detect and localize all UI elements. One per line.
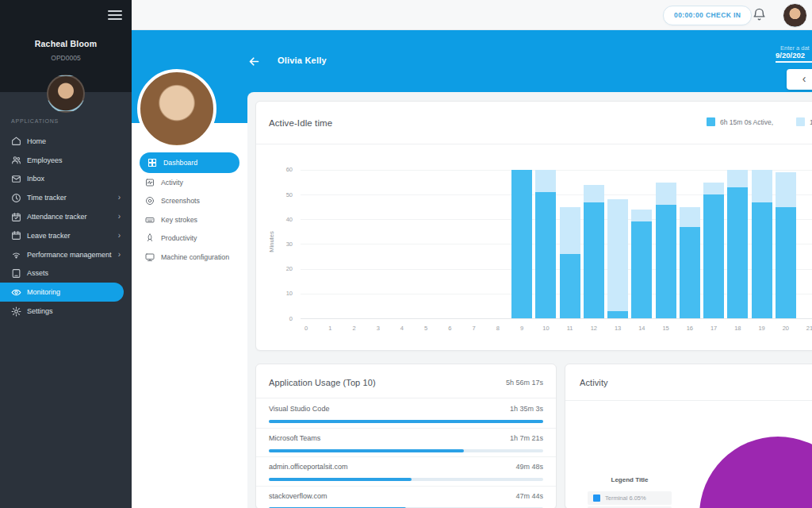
subnav-item-label: Machine configuration <box>161 253 229 261</box>
menu-toggle-icon[interactable] <box>108 10 122 21</box>
sidebar-user-avatar <box>47 75 85 113</box>
usage-total-time: 5h 56m 17s <box>506 379 543 387</box>
active-idle-chart: 0102030405060012345678910111213141516171… <box>256 102 812 350</box>
x-tick-label: 10 <box>537 325 554 332</box>
sidebar-item-leave-tracker[interactable]: Leave tracker › <box>0 226 132 245</box>
usage-progress-track <box>269 449 543 452</box>
card-title: Activity <box>580 378 608 387</box>
employee-avatar <box>137 69 216 148</box>
x-tick-label: 4 <box>393 325 411 332</box>
date-input[interactable]: 9/20/202 <box>776 51 805 60</box>
sidebar-item-label: Inbox <box>27 175 44 183</box>
application-usage-card: Application Usage (Top 10) 5h 56m 17s Vi… <box>255 364 557 508</box>
employee-subnav-panel: Dashboard Activity Screenshots Key strok… <box>132 123 247 508</box>
x-tick-label: 3 <box>370 325 387 332</box>
sidebar-item-home[interactable]: Home <box>0 132 132 151</box>
app-name: admin.officeportalsit.com <box>269 463 347 471</box>
subnav-item-screenshots[interactable]: Screenshots <box>132 191 247 210</box>
sidebar-nav: Home Employees Inbox Time tracker › Atte… <box>0 132 132 321</box>
y-tick-label: 60 <box>266 166 293 173</box>
subnav-item-machine-configuration[interactable]: Machine configuration <box>132 248 247 266</box>
x-tick-label: 15 <box>657 325 675 332</box>
y-tick-label: 30 <box>266 241 293 248</box>
usage-row: stackoverflow.com47m 44s <box>256 486 556 508</box>
sidebar-item-assets[interactable]: Assets <box>0 264 132 283</box>
bar-active-h17 <box>703 194 724 318</box>
y-tick-label: 40 <box>266 216 293 223</box>
people-icon <box>11 155 21 165</box>
usage-progress-track <box>269 478 543 481</box>
x-tick-label: 14 <box>633 325 650 332</box>
back-arrow-icon[interactable] <box>247 55 261 68</box>
subnav-item-dashboard[interactable]: Dashboard <box>140 152 239 173</box>
x-tick-label: 11 <box>561 325 579 332</box>
subnav-item-label: Dashboard <box>163 159 197 167</box>
notification-bell-icon[interactable] <box>752 7 767 22</box>
x-tick-label: 20 <box>777 325 795 332</box>
sidebar-item-label: Leave tracker <box>27 232 71 240</box>
sidebar-item-monitoring[interactable]: Monitoring <box>0 283 124 302</box>
assets-icon <box>11 268 21 279</box>
date-input-underline <box>776 61 812 63</box>
sidebar-item-performance-management[interactable]: Performance management › <box>0 245 132 264</box>
sidebar-item-label: Assets <box>27 269 48 277</box>
bar-idle-h19 <box>752 170 772 202</box>
x-tick-label: 6 <box>441 325 458 332</box>
bar-idle-h12 <box>584 185 604 202</box>
app-window: Olivia Kelly Enter a dat 9/20/202 ‹ 00:0… <box>0 0 812 508</box>
dashboard-grid-icon <box>147 158 157 167</box>
bar-active-h16 <box>680 227 700 318</box>
bar-active-h15 <box>656 205 676 318</box>
sidebar-item-employees[interactable]: Employees <box>0 151 132 170</box>
check-in-button[interactable]: 00:00:00 CHECK IN <box>663 6 752 25</box>
x-tick-label: 21 <box>801 325 812 332</box>
bar-idle-h11 <box>560 207 580 254</box>
bar-idle-h15 <box>656 183 676 205</box>
sidebar-item-time-tracker[interactable]: Time tracker › <box>0 188 132 207</box>
rocket-icon <box>145 233 155 243</box>
x-tick-label: 13 <box>609 325 626 332</box>
sidebar-item-label: Home <box>27 137 46 145</box>
gridline <box>301 318 812 319</box>
bar-active-h10 <box>535 192 556 318</box>
monitor-icon <box>145 252 155 262</box>
app-time: 47m 44s <box>515 492 543 500</box>
current-user-avatar[interactable] <box>783 3 807 28</box>
x-tick-label: 16 <box>681 325 699 332</box>
sidebar-user-id: OPD0005 <box>0 54 132 62</box>
app-time: 1h 7m 21s <box>510 434 543 442</box>
y-tick-label: 20 <box>266 265 293 272</box>
app-name: stackoverflow.com <box>269 492 327 500</box>
envelope-icon <box>11 174 21 184</box>
y-tick-label: 50 <box>266 191 293 198</box>
app-time: 49m 48s <box>515 463 543 471</box>
clock-icon <box>11 193 21 203</box>
usage-progress-fill <box>269 449 464 452</box>
legend-swatch-terminal <box>593 495 600 502</box>
bar-active-h19 <box>752 202 772 318</box>
calendar-icon <box>11 230 21 241</box>
subnav-item-productivity[interactable]: Productivity <box>132 229 247 247</box>
x-tick-label: 18 <box>729 325 746 332</box>
sidebar-item-label: Time tracker <box>27 194 67 202</box>
pie-legend-title: Legend Title <box>586 476 673 483</box>
divider <box>565 400 812 401</box>
x-tick-label: 8 <box>489 325 507 332</box>
top-bar: 00:00:00 CHECK IN <box>132 0 812 30</box>
sidebar-user-name: Racheal Bloom <box>0 39 132 48</box>
sidebar-item-label: Settings <box>27 307 53 315</box>
main-sidebar: Racheal Bloom OPD0005 APPLICATIONS Home … <box>0 0 132 508</box>
x-tick-label: 17 <box>705 325 722 332</box>
subnav-item-activity[interactable]: Activity <box>132 173 247 191</box>
bar-active-h9 <box>511 170 532 318</box>
sidebar-item-inbox[interactable]: Inbox <box>0 170 132 189</box>
x-tick-label: 12 <box>585 325 603 332</box>
x-tick-label: 7 <box>465 325 483 332</box>
sidebar-item-settings[interactable]: Settings <box>0 302 132 321</box>
subnav-item-key-strokes[interactable]: Key strokes <box>132 210 247 229</box>
prev-day-button[interactable]: ‹ <box>787 69 812 90</box>
usage-progress-track <box>269 420 543 423</box>
bar-active-h18 <box>727 187 748 318</box>
sidebar-item-attendance-tracker[interactable]: Attendance tracker › <box>0 207 132 226</box>
calendar-check-icon <box>11 212 21 222</box>
